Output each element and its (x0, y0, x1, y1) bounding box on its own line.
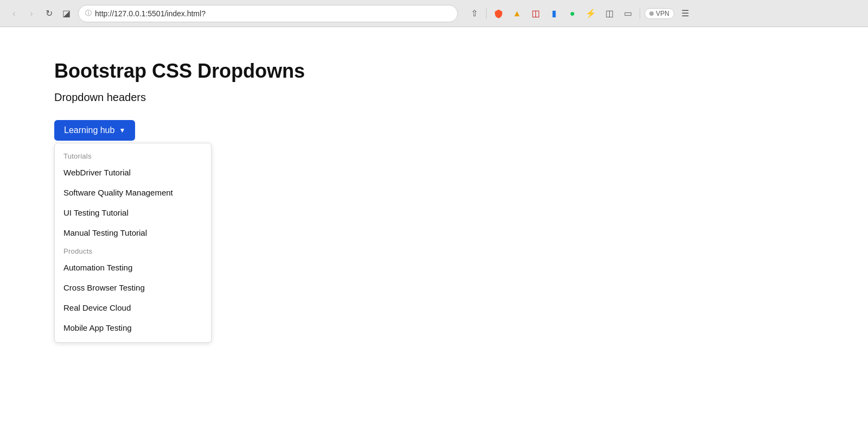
browser-chrome: ‹ › ↻ ◪ ⓘ ⇧ ▲ ◫ ▮ ● ⚡ ◫ ▭ VPN ☰ (0, 0, 868, 27)
nav-buttons: ‹ › ↻ ◪ (7, 6, 74, 21)
toolbar-right: ⇧ ▲ ◫ ▮ ● ⚡ ◫ ▭ VPN ☰ (467, 6, 693, 21)
forward-button[interactable]: › (24, 6, 39, 21)
reload-button[interactable]: ↻ (41, 6, 56, 21)
triangle-icon[interactable]: ▲ (509, 6, 525, 21)
dropdown-caret-icon: ▼ (119, 127, 125, 134)
mobile-app-testing-item[interactable]: Mobile App Testing (55, 318, 211, 338)
grid-icon[interactable]: ◫ (528, 6, 543, 21)
bookmark-button[interactable]: ◪ (59, 6, 74, 21)
page-subtitle: Dropdown headers (54, 91, 814, 104)
ui-testing-tutorial-item[interactable]: UI Testing Tutorial (55, 203, 211, 223)
lock-icon: ⓘ (85, 9, 92, 18)
software-quality-management-item[interactable]: Software Quality Management (55, 182, 211, 203)
divider (486, 8, 487, 19)
manual-testing-tutorial-item[interactable]: Manual Testing Tutorial (55, 223, 211, 243)
dropdown-button-label: Learning hub (64, 125, 114, 135)
divider2 (640, 8, 640, 19)
back-button[interactable]: ‹ (7, 6, 22, 21)
products-header: Products (55, 243, 211, 257)
sidebar-icon[interactable]: ◫ (602, 6, 617, 21)
brave-icon[interactable] (491, 6, 506, 21)
tutorials-header: Tutorials (55, 148, 211, 162)
share-icon[interactable]: ⇧ (467, 6, 482, 21)
real-device-cloud-item[interactable]: Real Device Cloud (55, 298, 211, 318)
page-content: Bootstrap CSS Dropdowns Dropdown headers… (0, 27, 868, 422)
dropdown-menu: Tutorials WebDriver Tutorial Software Qu… (54, 143, 212, 343)
puzzle-icon[interactable]: ⚡ (583, 6, 598, 21)
address-bar[interactable] (95, 9, 451, 18)
vpn-badge[interactable]: VPN (644, 8, 674, 19)
screen-icon[interactable]: ▭ (620, 6, 635, 21)
vpn-dot (649, 11, 654, 16)
circle-icon[interactable]: ● (565, 6, 580, 21)
vpn-label: VPN (656, 10, 669, 17)
cross-browser-testing-item[interactable]: Cross Browser Testing (55, 278, 211, 298)
webdriver-tutorial-item[interactable]: WebDriver Tutorial (55, 162, 211, 182)
page-title: Bootstrap CSS Dropdowns (54, 60, 814, 83)
menu-icon[interactable]: ☰ (678, 6, 693, 21)
bar-chart-icon[interactable]: ▮ (546, 6, 561, 21)
automation-testing-item[interactable]: Automation Testing (55, 257, 211, 278)
dropdown-container: Learning hub ▼ Tutorials WebDriver Tutor… (54, 120, 135, 141)
address-bar-wrap: ⓘ (78, 5, 458, 22)
learning-hub-button[interactable]: Learning hub ▼ (54, 120, 135, 141)
